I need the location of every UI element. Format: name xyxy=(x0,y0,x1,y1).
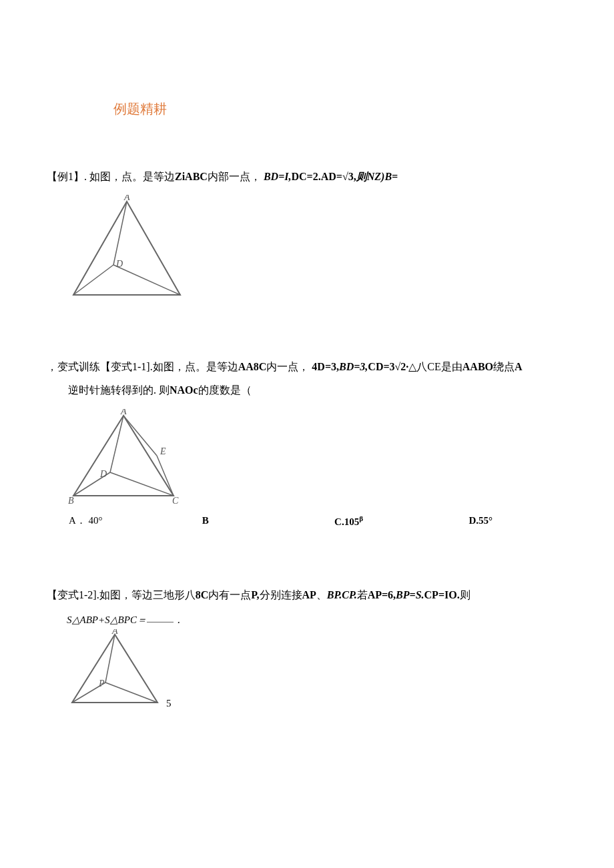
svg-line-1 xyxy=(113,201,127,265)
p3-mid1: 内有一点 xyxy=(208,589,251,600)
p1-eq3: AD=√3, xyxy=(321,171,356,182)
p2-mid3: 绕点 xyxy=(493,361,515,372)
problem-3-figure: A P 5 xyxy=(67,629,567,709)
svg-line-7 xyxy=(110,416,123,472)
problem-2: ，变式训练【变式1-1].如图，点。是等边AA8C内一点， 4D=3,BD=3,… xyxy=(47,355,567,529)
p2-mid2: 是由 xyxy=(441,361,463,372)
p3-tri: 8C xyxy=(196,589,209,600)
svg-text:D: D xyxy=(115,259,123,269)
svg-text:C: C xyxy=(172,496,179,506)
svg-text:A: A xyxy=(123,195,130,202)
p2-eq1: 4D=3, xyxy=(312,361,339,372)
p3-seg2: BP.CP. xyxy=(327,589,357,600)
opt-d-val: 55° xyxy=(479,515,493,526)
p3-formula-lhs: S△ABP+S△BPC＝ xyxy=(67,614,147,624)
p3-pt: P, xyxy=(251,589,259,600)
triangle-figure-2: A B C D E xyxy=(67,409,194,506)
p2-prefix: ，变式训练【变式1-1].如图，点。是等边 xyxy=(47,361,238,372)
p1-ans: NZ)B= xyxy=(367,171,398,182)
opt-b-label: B xyxy=(202,515,209,526)
problem-2-options: A． 40° B C.105β D.55° xyxy=(67,512,521,530)
opt-d-label: D. xyxy=(469,515,479,526)
p1-eq2: DC=2. xyxy=(291,171,320,182)
svg-marker-17 xyxy=(72,634,158,703)
section-heading: 例题精耕 xyxy=(113,100,567,118)
problem-2-text: ，变式训练【变式1-1].如图，点。是等边AA8C内一点， 4D=3,BD=3,… xyxy=(47,355,567,402)
p3-then: 则 xyxy=(460,589,471,600)
p2-eq2: BD=3, xyxy=(339,361,368,372)
p3-eq1: AP=6, xyxy=(368,589,396,600)
p3-fig-label: 5 xyxy=(166,698,172,709)
opt-c-label: C. xyxy=(334,516,344,527)
problem-3-text: 【变式1-2].如图，等边三地形八8C内有一点P,分别连接AP、BP.CP.若A… xyxy=(47,583,567,606)
p1-eq1: BD=I, xyxy=(264,171,292,182)
svg-line-3 xyxy=(113,265,180,295)
opt-c-val: 105 xyxy=(344,516,360,527)
svg-text:P: P xyxy=(98,679,105,689)
opt-c-sup: β xyxy=(359,514,363,522)
triangle-figure-3: A P xyxy=(67,629,164,709)
opt-a-val: 40° xyxy=(89,515,103,526)
problem-1-text: 【例1】. 如图，点。是等边ZiABC内部一点， BD=I,DC=2.AD=√3… xyxy=(47,165,567,188)
p3-sep1: 、 xyxy=(316,589,327,600)
triangle-figure-1: A D xyxy=(67,195,187,302)
p1-label: 【例1】 xyxy=(47,171,84,182)
p2-eq3: CD=3√2· xyxy=(368,361,408,372)
p1-then: 则 xyxy=(356,171,367,182)
p2-mid1: 内一点， xyxy=(266,361,309,372)
problem-1: 【例1】. 如图，点。是等边ZiABC内部一点， BD=I,DC=2.AD=√3… xyxy=(47,165,567,302)
p2-tri3: AABO xyxy=(463,361,493,372)
p2-line2b: 的度数是（ xyxy=(198,384,252,396)
svg-line-10 xyxy=(123,416,157,456)
svg-line-11 xyxy=(157,456,174,496)
p2-tri2: △八CE xyxy=(408,361,440,372)
p2-line2a: 逆时针施转得到的. 则 xyxy=(57,384,170,396)
p1-lead: . 如图，点。是等边 xyxy=(84,171,175,182)
svg-line-2 xyxy=(73,265,113,295)
p3-eq2: BP=S. xyxy=(396,589,424,600)
p1-mid: 内部一点， xyxy=(208,171,261,182)
svg-text:A: A xyxy=(111,629,118,636)
p3-mid2: 分别连接 xyxy=(260,589,302,600)
svg-marker-0 xyxy=(73,201,180,295)
svg-line-9 xyxy=(110,472,174,496)
p1-tri: ZiABC xyxy=(175,171,208,182)
page-content: 例题精耕 【例1】. 如图，点。是等边ZiABC内部一点， BD=I,DC=2.… xyxy=(0,0,614,829)
p2-tri: AA8C xyxy=(238,361,267,372)
problem-2-figure: A B C D E xyxy=(67,409,567,506)
opt-a-label: A． xyxy=(69,515,86,526)
answer-blank[interactable] xyxy=(147,613,174,623)
svg-marker-6 xyxy=(73,416,174,496)
p3-mid3: 若 xyxy=(357,589,368,600)
p3-label: 【变式1-2].如图，等边三地形八 xyxy=(47,589,196,600)
p3-formula-rhs: ． xyxy=(174,614,184,624)
svg-line-20 xyxy=(105,683,158,703)
svg-text:D: D xyxy=(99,469,107,479)
p2-ang: NAOc xyxy=(170,384,198,396)
problem-1-figure: A D xyxy=(67,195,567,302)
problem-3-formula: S△ABP+S△BPC＝． xyxy=(67,613,567,626)
svg-text:A: A xyxy=(120,409,127,416)
p2-pt: A xyxy=(515,361,523,372)
p3-eq3: CP=IO. xyxy=(424,589,460,600)
p3-seg1: AP xyxy=(302,589,316,600)
problem-3: 【变式1-2].如图，等边三地形八8C内有一点P,分别连接AP、BP.CP.若A… xyxy=(47,583,567,710)
svg-text:E: E xyxy=(160,446,166,456)
svg-text:B: B xyxy=(68,496,74,506)
